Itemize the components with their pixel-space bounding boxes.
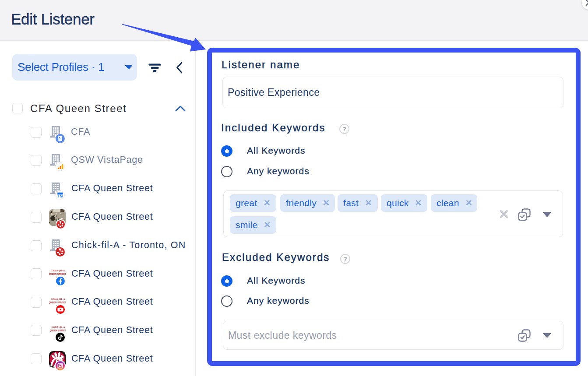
svg-text:QUEEN STREET: QUEEN STREET: [49, 301, 66, 304]
svg-text:Chick-fil-A: Chick-fil-A: [51, 325, 65, 328]
svg-text:Chick-fil-A: Chick-fil-A: [51, 297, 65, 301]
svg-text:QUEEN STREET: QUEEN STREET: [49, 273, 66, 275]
svg-text:QUEEN STREET: QUEEN STREET: [50, 330, 66, 332]
svg-text:Chick-fil-A: Chick-fil-A: [51, 269, 65, 272]
